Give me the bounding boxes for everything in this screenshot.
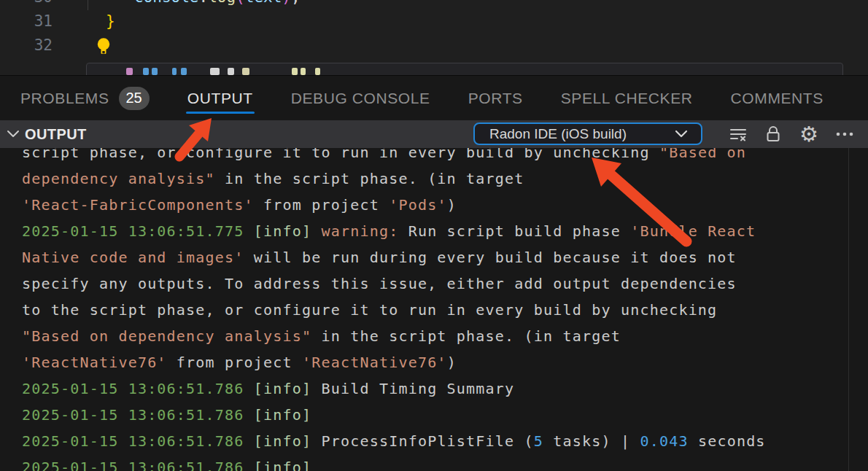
text-segment: specify any outputs. To address this iss… (22, 275, 737, 292)
tab-spell-checker[interactable]: SPELL CHECKER (561, 76, 693, 120)
log-line: "Based on dependency analysis" in the sc… (22, 323, 868, 349)
output-panel-title: OUTPUT (25, 120, 87, 148)
problems-count-badge: 25 (119, 87, 150, 110)
text-segment: 2025-01-15 13:06:51.786 (22, 406, 254, 424)
text-segment: 'ReactNative76' (302, 354, 447, 371)
text-segment: 'React-FabricComponents' (22, 196, 254, 214)
text-segment: log (208, 0, 236, 6)
tab-debug-console[interactable]: DEBUG CONSOLE (291, 76, 430, 120)
text-segment: Run script build phase (408, 222, 631, 240)
text-segment: 2025-01-15 13:06:51.786 (22, 380, 254, 397)
text-segment: to the script phase, or configure it to … (22, 301, 717, 319)
tab-output[interactable]: OUTPUT (187, 76, 253, 120)
code-glyph-sliver (143, 68, 149, 75)
text-segment: 5 (534, 432, 543, 450)
text-segment: Native code and images' (22, 249, 244, 266)
tab-label: PORTS (468, 90, 523, 107)
text-segment: in the script phase. (in target (311, 327, 621, 345)
text-segment: dependency analysis" (22, 170, 215, 187)
chevron-down-icon (672, 128, 691, 141)
code-glyph-sliver (301, 68, 306, 75)
clear-output-icon[interactable] (727, 123, 749, 145)
text-segment: warning: (321, 222, 408, 240)
vscode-window: 30 31 32 console.log(text); } PROBLEMS25… (0, 0, 868, 471)
output-log[interactable]: script phase, or configure it to run in … (22, 139, 868, 471)
tab-label: SPELL CHECKER (561, 90, 693, 107)
text-segment: 2025-01-15 13:06:51.786 (22, 432, 254, 450)
output-channel-dropdown[interactable]: Radon IDE (iOS build) (473, 122, 702, 145)
text-segment: 2025-01-15 13:06:51.775 (22, 222, 254, 240)
log-line: Native code and images' will be run duri… (22, 244, 868, 270)
text-segment: [info] (254, 406, 311, 424)
text-segment: text (245, 0, 282, 6)
code-glyph-sliver (210, 68, 220, 75)
code-glyph-sliver (172, 68, 177, 75)
code-line: console.log(text); (134, 0, 301, 9)
gear-icon[interactable]: ⚙ (798, 123, 820, 145)
text-segment: in the script phase. (in target (215, 170, 524, 187)
log-line: 2025-01-15 13:06:51.786 [info] (22, 454, 868, 471)
text-segment: ) (447, 354, 457, 371)
line-number: 31 (0, 9, 53, 34)
log-line: 2025-01-15 13:06:51.786 [info] Build Tim… (22, 375, 868, 402)
log-line: 'React-FabricComponents' from project 'P… (22, 192, 868, 218)
text-segment: [info] (254, 380, 322, 397)
text-segment: ( (236, 0, 245, 6)
text-segment: ; (291, 0, 301, 6)
text-segment: . (199, 0, 209, 6)
text-segment: ) (282, 0, 291, 6)
collapse-panel-chevron-icon[interactable] (4, 127, 22, 141)
lock-icon[interactable] (762, 123, 784, 145)
text-segment: 'ReactNative76' (22, 354, 167, 371)
log-line: specify any outputs. To address this iss… (22, 270, 868, 297)
log-line: 'ReactNative76' from project 'ReactNativ… (22, 349, 868, 375)
text-segment: from project (254, 196, 389, 214)
tab-label: DEBUG CONSOLE (291, 90, 430, 107)
code-editor[interactable]: 30 31 32 console.log(text); } (0, 0, 868, 75)
text-segment: 'Bundle React (630, 222, 756, 240)
tab-comments[interactable]: COMMENTS (731, 76, 824, 120)
line-number: 32 (0, 34, 53, 58)
code-glyph-sliver (126, 68, 133, 75)
output-panel-header: OUTPUT Radon IDE (iOS build) (0, 120, 868, 148)
text-segment: console (134, 0, 199, 6)
code-glyph-sliver (242, 68, 249, 75)
text-segment: } (106, 12, 115, 30)
text-segment: ) (447, 196, 457, 214)
tab-ports[interactable]: PORTS (468, 76, 523, 120)
line-number: 30 (0, 0, 53, 9)
log-line: to the script phase, or configure it to … (22, 297, 868, 323)
text-segment: [info] (254, 222, 322, 240)
log-line: dependency analysis" in the script phase… (22, 166, 868, 192)
text-segment: ProcessInfoPlistFile ( (321, 432, 533, 450)
code-glyph-sliver (228, 68, 234, 75)
log-line: 2025-01-15 13:06:51.786 [info] ProcessIn… (22, 428, 868, 454)
text-segment: Build Timing Summary (321, 380, 514, 397)
indent-guide (88, 0, 88, 10)
tab-label: OUTPUT (187, 90, 253, 107)
output-channel-value: Radon IDE (iOS build) (489, 124, 627, 144)
panel-tab-bar: PROBLEMS25OUTPUTDEBUG CONSOLEPORTSSPELL … (0, 75, 868, 120)
scrollbar-track-divider (848, 148, 849, 471)
code-glyph-sliver (315, 68, 320, 75)
text-segment: 'Pods' (389, 196, 446, 214)
log-line: 2025-01-15 13:06:51.786 [info] (22, 402, 868, 428)
text-segment: will be run during every build because i… (244, 249, 737, 266)
tab-problems[interactable]: PROBLEMS25 (20, 76, 150, 120)
text-segment: from project (167, 354, 302, 371)
code-glyph-sliver (152, 68, 158, 75)
text-segment: [info] (254, 432, 322, 450)
code-glyph-sliver (181, 68, 187, 75)
code-line: } (106, 9, 115, 34)
active-tab-underline (186, 112, 255, 114)
lightbulb-icon[interactable] (96, 37, 112, 56)
tab-label: COMMENTS (731, 90, 824, 107)
text-segment: 0.043 (640, 432, 688, 450)
more-actions-icon[interactable] (834, 123, 856, 145)
text-segment: [info] (254, 459, 311, 471)
log-line: 2025-01-15 13:06:51.775 [info] warning: … (22, 218, 868, 244)
text-segment: 2025-01-15 13:06:51.786 (22, 459, 254, 471)
text-segment: "Based on dependency analysis" (22, 327, 311, 345)
code-glyph-sliver (292, 68, 298, 75)
tab-label: PROBLEMS (20, 90, 109, 107)
